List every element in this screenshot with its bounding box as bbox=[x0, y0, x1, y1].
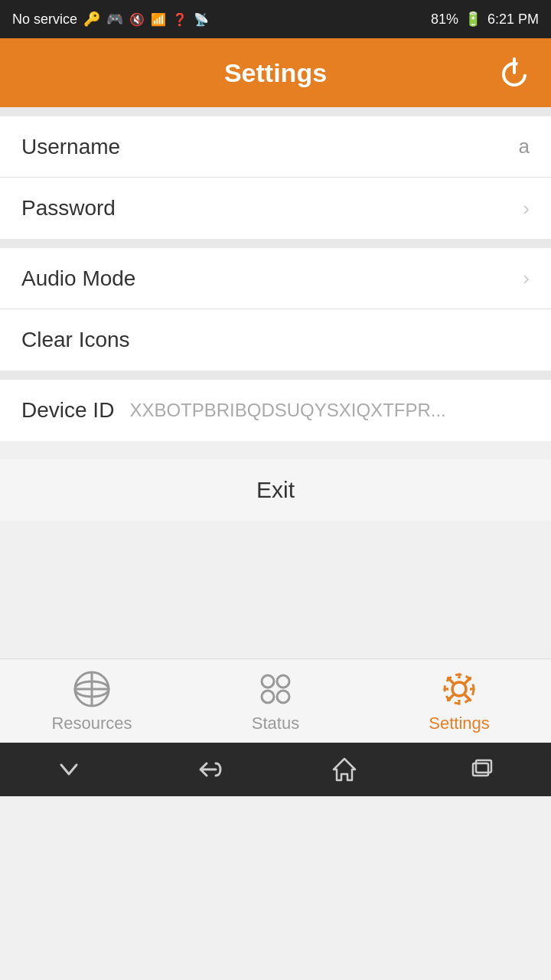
svg-point-9 bbox=[277, 691, 289, 703]
power-button[interactable] bbox=[496, 54, 533, 91]
status-left: No service 🔑 🎮 🔇 📶 ❓ 📡 bbox=[12, 11, 209, 28]
settings-icon bbox=[439, 669, 479, 709]
home-icon bbox=[331, 756, 358, 783]
clear-icons-row[interactable]: Clear Icons bbox=[0, 309, 551, 371]
username-value: a bbox=[519, 135, 530, 158]
exit-button[interactable]: Exit bbox=[0, 459, 551, 521]
key-icon: 🔑 bbox=[83, 11, 100, 28]
page-title: Settings bbox=[224, 58, 327, 88]
clear-icons-label: Clear Icons bbox=[21, 328, 130, 352]
recents-icon bbox=[468, 756, 496, 783]
password-chevron-icon: › bbox=[523, 197, 530, 220]
audio-mode-label: Audio Mode bbox=[21, 266, 135, 291]
mute-icon: 🔇 bbox=[129, 12, 145, 27]
system-nav bbox=[0, 743, 551, 796]
status-bar: No service 🔑 🎮 🔇 📶 ❓ 📡 81% 🔋 6:21 PM bbox=[0, 0, 551, 38]
bottom-nav: Resources Status bbox=[0, 658, 551, 743]
battery-text: 81% bbox=[431, 11, 458, 28]
app-header: Settings bbox=[0, 38, 551, 107]
password-label: Password bbox=[21, 196, 116, 220]
back-icon bbox=[191, 756, 222, 783]
device-id-value: XXBOTPBRIBQDSUQYSXIQXTFPR... bbox=[129, 400, 445, 421]
no-service-text: No service bbox=[12, 11, 77, 28]
username-row[interactable]: Username a bbox=[0, 116, 551, 178]
battery-icon: 🔋 bbox=[465, 11, 481, 28]
chevron-down-icon bbox=[55, 756, 83, 783]
password-row[interactable]: Password › bbox=[0, 178, 551, 239]
section-separator-3 bbox=[0, 441, 551, 459]
nav-status-label: Status bbox=[252, 714, 299, 733]
account-settings-group: Username a Password › bbox=[0, 116, 551, 239]
svg-point-11 bbox=[445, 675, 474, 704]
home-button[interactable] bbox=[314, 750, 375, 789]
headset-icon: 🎮 bbox=[106, 11, 123, 28]
display-settings-group: Audio Mode › Clear Icons bbox=[0, 248, 551, 371]
power-icon bbox=[497, 56, 531, 90]
resources-icon bbox=[72, 669, 112, 709]
audio-mode-row[interactable]: Audio Mode › bbox=[0, 248, 551, 309]
recents-button[interactable] bbox=[452, 750, 513, 789]
section-separator-2 bbox=[0, 371, 551, 380]
device-settings-group: Device ID XXBOTPBRIBQDSUQYSXIQXTFPR... bbox=[0, 380, 551, 441]
time-text: 6:21 PM bbox=[487, 11, 539, 28]
svg-point-8 bbox=[262, 691, 274, 703]
device-id-row[interactable]: Device ID XXBOTPBRIBQDSUQYSXIQXTFPR... bbox=[0, 380, 551, 441]
nav-resources-label: Resources bbox=[51, 714, 132, 733]
status-right: 81% 🔋 6:21 PM bbox=[431, 11, 539, 28]
signal-icon: 📡 bbox=[194, 12, 209, 27]
username-label: Username bbox=[21, 135, 120, 159]
svg-marker-12 bbox=[334, 759, 355, 780]
wifi-icon: 📶 bbox=[151, 12, 166, 27]
exit-label: Exit bbox=[256, 477, 295, 503]
nav-item-status[interactable]: Status bbox=[207, 669, 344, 733]
svg-point-7 bbox=[277, 675, 289, 688]
section-separator-top bbox=[0, 107, 551, 116]
back-button[interactable] bbox=[176, 750, 237, 789]
nav-item-settings[interactable]: Settings bbox=[390, 669, 528, 733]
audio-mode-chevron-icon: › bbox=[523, 266, 530, 290]
question-icon: ❓ bbox=[172, 12, 187, 27]
nav-item-resources[interactable]: Resources bbox=[23, 669, 161, 733]
chevron-down-button[interactable] bbox=[38, 750, 99, 789]
device-id-label: Device ID bbox=[21, 398, 114, 423]
nav-settings-label: Settings bbox=[429, 714, 490, 733]
section-separator-1 bbox=[0, 239, 551, 248]
svg-point-10 bbox=[452, 682, 466, 696]
status-icon bbox=[256, 669, 295, 709]
svg-point-6 bbox=[262, 675, 274, 688]
